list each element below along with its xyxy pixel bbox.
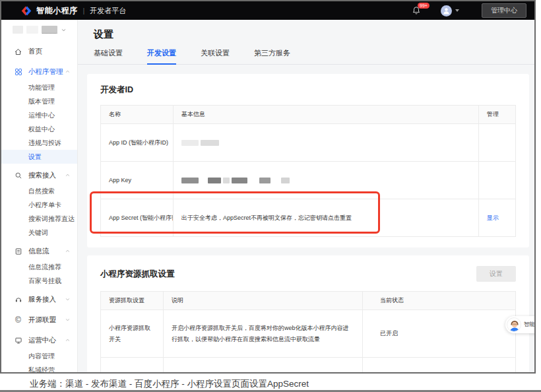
platform-name: 开发者平台 <box>90 6 126 16</box>
redacted-block <box>181 140 199 146</box>
sidebar-item-label: 信息流 <box>28 247 49 256</box>
appsecret-info: 出于安全考虑，AppSecret不再被明文保存，忘记密钥请点击重置 <box>174 199 479 237</box>
monitor-icon <box>14 337 22 345</box>
sidebar-item-baijiahao-mount[interactable]: 百家号挂载 <box>1 274 77 288</box>
developer-id-title: 开发者ID <box>100 84 516 96</box>
redacted-block <box>281 178 290 183</box>
sidebar-item-service-access[interactable]: 服务接入 <box>1 291 77 308</box>
sidebar-item-feed[interactable]: 信息流 <box>1 243 77 260</box>
sidebar-item-miniprogram-card[interactable]: 小程序单卡 <box>1 198 77 212</box>
crawl-switch-status: 已开启 <box>363 310 516 358</box>
redacted-gap <box>272 178 279 183</box>
feed-list-icon <box>14 247 22 256</box>
search-icon <box>14 172 22 180</box>
manage-center-button[interactable]: 管理中心 <box>482 3 526 18</box>
table-row-appkey: App Key <box>101 162 516 199</box>
chevron-down-icon <box>65 316 71 324</box>
avatar-caret-icon[interactable] <box>455 9 459 12</box>
col-header-crawl-setting: 资源抓取设置 <box>101 292 164 310</box>
sidebar-item-label: 内容管理 <box>28 352 55 361</box>
crawl-settings-card: 小程序资源抓取设置 设置 资源抓取设置 说明 当前状态 小程序资源 <box>87 255 529 372</box>
crawl-switch-label: 小程序资源抓取开关 <box>101 310 164 358</box>
home-icon <box>14 48 22 56</box>
account-selector-redacted[interactable] <box>1 20 77 40</box>
redacted-gap <box>249 178 257 183</box>
crawl-settings-table: 资源抓取设置 说明 当前状态 小程序资源抓取开关 开启小程序资源抓取开关后，百度… <box>100 291 516 372</box>
sidebar-item-label: 小程序单卡 <box>28 201 61 210</box>
sidebar-item-private-domain[interactable]: 私域经营 <box>1 363 77 372</box>
sidebar-item-home[interactable]: 首页 <box>1 43 77 60</box>
brand-divider: | <box>83 7 85 15</box>
sidebar-item-search-access[interactable]: 搜索接入 <box>1 167 77 184</box>
developer-id-table: 名称 基本信息 管理 App ID (智能小程序ID) <box>100 105 516 237</box>
sidebar-item-label: 功能管理 <box>28 83 55 92</box>
chat-assistant-widget[interactable]: 智能助手 <box>505 316 536 333</box>
appkey-label: App Key <box>101 162 174 199</box>
redacted-block <box>26 26 38 34</box>
chevron-down-icon <box>61 27 67 33</box>
grid-icon <box>14 68 22 77</box>
robots-label: Robots 协议 <box>101 358 164 373</box>
headset-icon <box>14 296 22 304</box>
notification-bell[interactable]: 99+ <box>412 6 421 15</box>
crawl-settings-button[interactable]: 设置 <box>476 266 516 282</box>
tab-dev-settings[interactable]: 开发设置 <box>147 48 176 65</box>
tab-thirdparty-services[interactable]: 第三方服务 <box>254 48 290 64</box>
col-header-description: 说明 <box>164 292 363 310</box>
chevron-up-icon <box>65 172 71 180</box>
sidebar: 首页 小程序管理 功能管理 版本管理 运维中心 权益中心 违规与投诉 设置 <box>1 20 78 372</box>
show-appsecret-link[interactable]: 显示 <box>487 214 499 221</box>
developer-id-card: 开发者ID 名称 基本信息 管理 App ID (智能小程序ID) <box>87 74 529 247</box>
sidebar-item-feed-recommend[interactable]: 信息流推荐 <box>1 260 77 274</box>
sidebar-item-keywords[interactable]: 关键词 <box>1 226 77 240</box>
topbar: 智能小程序 | 开发者平台 99+ 管理中心 <box>1 1 534 20</box>
tab-relation-settings[interactable]: 关联设置 <box>201 48 230 64</box>
sidebar-item-ops-center[interactable]: 运维中心 <box>1 108 77 122</box>
sidebar-item-opensource-union[interactable]: © 开源联盟 <box>1 311 77 329</box>
crawl-settings-title: 小程序资源抓取设置 <box>100 269 175 280</box>
crawl-switch-desc: 开启小程序资源抓取开关后，百度将对你的web化版本小程序内容进行抓取，以便帮助小… <box>164 310 363 358</box>
tab-basic-settings[interactable]: 基础设置 <box>94 48 123 64</box>
screenshot-frame: 智能小程序 | 开发者平台 99+ 管理中心 <box>0 0 536 374</box>
user-avatar[interactable] <box>441 5 452 16</box>
sidebar-item-natural-search[interactable]: 自然搜索 <box>1 184 77 198</box>
sidebar-item-label: 小程序管理 <box>28 67 63 77</box>
sidebar-item-function-manage[interactable]: 功能管理 <box>1 81 77 94</box>
sidebar-item-settings[interactable]: 设置 <box>1 150 77 164</box>
appid-label: App ID (智能小程序ID) <box>101 124 174 162</box>
sidebar-item-label: 关键词 <box>28 228 48 238</box>
sidebar-item-label: 搜索接入 <box>28 171 56 180</box>
sidebar-item-content-manage[interactable]: 内容管理 <box>1 349 77 363</box>
sidebar-item-miniprogram-manage[interactable]: 小程序管理 <box>1 63 77 81</box>
settings-tabs: 基础设置 开发设置 关联设置 第三方服务 <box>78 48 534 65</box>
redacted-block <box>181 178 199 183</box>
sidebar-item-label: 私域经营 <box>28 366 55 373</box>
robots-status: 已上传协议 <box>363 358 516 373</box>
sidebar-item-violation-complaint[interactable]: 违规与投诉 <box>1 136 77 150</box>
copyright-icon: © <box>14 316 22 325</box>
redacted-block <box>259 178 270 183</box>
table-header-row: 名称 基本信息 管理 <box>101 106 516 124</box>
table-header-row: 资源抓取设置 说明 当前状态 <box>101 292 516 310</box>
sidebar-item-label: 版本管理 <box>28 97 55 106</box>
table-row-appsecret: App Secret (智能小程序密钥) 出于安全考虑，AppSecret不再被… <box>101 199 516 237</box>
sidebar-item-searchword-direct[interactable]: 搜索词推荐直达 <box>1 212 77 226</box>
table-row-appid: App ID (智能小程序ID) <box>101 124 516 162</box>
sidebar-item-version-manage[interactable]: 版本管理 <box>1 94 77 108</box>
sidebar-item-rights-center[interactable]: 权益中心 <box>1 122 77 136</box>
appid-action-empty <box>479 124 516 162</box>
appkey-value-redacted <box>174 162 479 199</box>
sidebar-item-label: 违规与投诉 <box>28 139 61 148</box>
col-header-info: 基本信息 <box>174 106 479 124</box>
sidebar-item-label: 权益中心 <box>28 125 55 134</box>
sidebar-item-operation-center[interactable]: 运营中心 <box>1 332 77 349</box>
smart-miniprogram-logo-icon <box>21 6 32 16</box>
redacted-block <box>223 178 230 183</box>
redacted-block <box>42 26 57 34</box>
sidebar-item-label: 运营中心 <box>28 336 56 345</box>
page-title: 设置 <box>94 28 534 41</box>
sidebar-item-label: 服务接入 <box>28 295 56 304</box>
sidebar-item-label: 开源联盟 <box>28 315 56 325</box>
caption-text: 业务端：渠道 - 发布渠道 - 百度小程序 - 小程序设置页面设置AppSecr… <box>0 374 541 392</box>
sidebar-item-label: 信息流推荐 <box>28 263 61 272</box>
